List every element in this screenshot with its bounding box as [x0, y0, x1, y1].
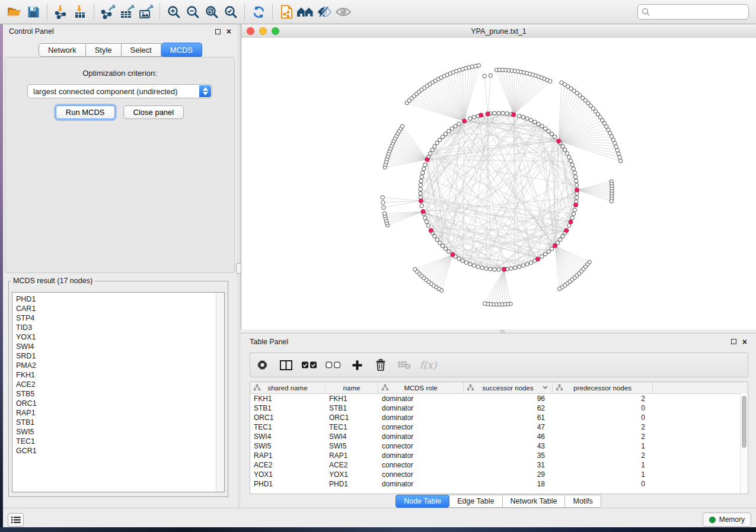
table-row[interactable]: PHD1PHD1dominator180	[250, 479, 748, 489]
graph-node[interactable]	[544, 252, 547, 256]
zoom-selected-button[interactable]	[221, 3, 240, 21]
graph-node[interactable]	[382, 211, 386, 215]
graph-node[interactable]	[513, 266, 517, 270]
zoom-in-button[interactable]	[164, 3, 183, 21]
cell-successor-nodes[interactable]: 61	[464, 414, 553, 422]
table-row[interactable]: YOX1YOX1connector291	[250, 470, 748, 479]
cell-mcds-role[interactable]: dominator	[378, 395, 464, 403]
graph-node[interactable]	[525, 117, 529, 120]
cell-successor-nodes[interactable]: 62	[464, 404, 553, 412]
cell-mcds-role[interactable]: connector	[378, 442, 464, 450]
graph-node[interactable]	[476, 265, 480, 268]
graph-node[interactable]	[574, 175, 578, 178]
column-header-predecessor-nodes[interactable]: predecessor nodes	[553, 382, 653, 393]
graph-node[interactable]	[561, 235, 564, 238]
graph-node[interactable]	[619, 159, 623, 163]
graph-node[interactable]	[464, 261, 468, 264]
cell-successor-nodes[interactable]: 96	[464, 395, 553, 403]
run-mcds-button[interactable]: Run MCDS	[56, 105, 115, 119]
split-panel-button[interactable]	[274, 360, 298, 370]
save-session-button[interactable]	[24, 3, 43, 21]
graph-node[interactable]	[472, 264, 476, 267]
graph-node[interactable]	[423, 216, 427, 220]
graph-node[interactable]	[575, 196, 578, 199]
graph-node[interactable]	[521, 264, 525, 267]
mcds-node[interactable]	[425, 158, 429, 162]
column-header-mcds-role[interactable]: MCDS role	[378, 382, 464, 393]
mcds-node[interactable]	[419, 198, 423, 203]
graph-node[interactable]	[550, 247, 553, 251]
graph-node[interactable]	[457, 122, 461, 126]
cell-predecessor-nodes[interactable]: 0	[553, 404, 653, 412]
graph-node[interactable]	[610, 199, 613, 203]
mcds-result-item[interactable]: STB5	[16, 389, 224, 399]
cell-mcds-role[interactable]: connector	[378, 461, 464, 469]
optimization-criterion-select[interactable]: largest connected component (undirected)	[27, 84, 212, 98]
cell-successor-nodes[interactable]: 46	[464, 432, 553, 441]
table-row[interactable]: RAP1RAP1dominator352	[250, 451, 748, 460]
mcds-result-item[interactable]: SWI4	[16, 342, 224, 351]
mcds-node[interactable]	[553, 243, 557, 248]
close-window-button[interactable]	[247, 27, 254, 35]
graph-node[interactable]	[435, 141, 439, 145]
graph-node[interactable]	[501, 111, 505, 115]
graph-node[interactable]	[518, 265, 521, 268]
mcds-result-item[interactable]: ORC1	[16, 399, 224, 408]
mcds-node[interactable]	[575, 188, 579, 192]
export-network-button[interactable]	[98, 3, 117, 21]
panel-menu-button[interactable]	[8, 513, 24, 527]
cell-predecessor-nodes[interactable]: 2	[553, 395, 653, 403]
graph-node[interactable]	[381, 201, 385, 204]
cell-shared-name[interactable]: SWI4	[250, 432, 326, 441]
graph-node[interactable]	[430, 148, 434, 152]
graph-node[interactable]	[617, 152, 620, 155]
graph-node[interactable]	[547, 129, 550, 133]
mcds-node[interactable]	[569, 220, 573, 224]
cell-mcds-role[interactable]: dominator	[378, 480, 464, 488]
cell-shared-name[interactable]: SWI5	[250, 442, 326, 450]
graph-node[interactable]	[400, 124, 404, 128]
cell-shared-name[interactable]: YOX1	[250, 470, 326, 479]
cell-shared-name[interactable]: FKH1	[250, 395, 326, 403]
tab-edge-table[interactable]: Edge Table	[449, 495, 502, 508]
graph-node[interactable]	[438, 241, 441, 245]
tab-style[interactable]: Style	[86, 43, 122, 57]
cell-name[interactable]: RAP1	[326, 451, 378, 460]
graph-node[interactable]	[558, 287, 562, 290]
mcds-list-scrollbar[interactable]	[216, 293, 224, 492]
float-table-panel-icon[interactable]	[731, 339, 736, 344]
cell-shared-name[interactable]: ORC1	[250, 414, 326, 422]
graph-node[interactable]	[483, 302, 487, 305]
table-row[interactable]: SWI4SWI4dominator462	[250, 432, 748, 441]
mcds-node[interactable]	[573, 203, 578, 207]
delete-table-button[interactable]	[393, 361, 416, 370]
graph-node[interactable]	[537, 122, 540, 126]
delete-column-button[interactable]	[369, 359, 393, 371]
cell-successor-nodes[interactable]: 47	[464, 423, 553, 431]
graph-node[interactable]	[572, 212, 575, 216]
graph-node[interactable]	[572, 167, 575, 171]
graph-node[interactable]	[493, 111, 496, 115]
export-image-button[interactable]	[136, 3, 155, 21]
tab-select[interactable]: Select	[122, 43, 161, 57]
graph-node[interactable]	[468, 117, 472, 120]
cell-name[interactable]: YOX1	[326, 470, 378, 479]
graph-node[interactable]	[565, 152, 569, 155]
mcds-node[interactable]	[462, 119, 467, 123]
graph-node[interactable]	[540, 124, 544, 128]
graph-node[interactable]	[573, 208, 576, 211]
graph-node[interactable]	[547, 249, 550, 253]
graph-node[interactable]	[529, 118, 532, 122]
mcds-node[interactable]	[557, 139, 561, 143]
graph-node[interactable]	[559, 238, 562, 241]
cell-name[interactable]: PHD1	[326, 480, 378, 488]
graph-node[interactable]	[450, 127, 454, 130]
cell-predecessor-nodes[interactable]: 0	[553, 480, 653, 488]
graph-node[interactable]	[540, 255, 544, 258]
table-row[interactable]: STB1STB1dominator620	[250, 403, 748, 413]
graph-node[interactable]	[483, 74, 486, 78]
cell-predecessor-nodes[interactable]: 2	[553, 432, 653, 441]
cell-predecessor-nodes[interactable]: 0	[553, 414, 653, 422]
network-window-titlebar[interactable]: YPA_prune.txt_1	[241, 24, 756, 39]
mcds-node[interactable]	[502, 267, 506, 271]
